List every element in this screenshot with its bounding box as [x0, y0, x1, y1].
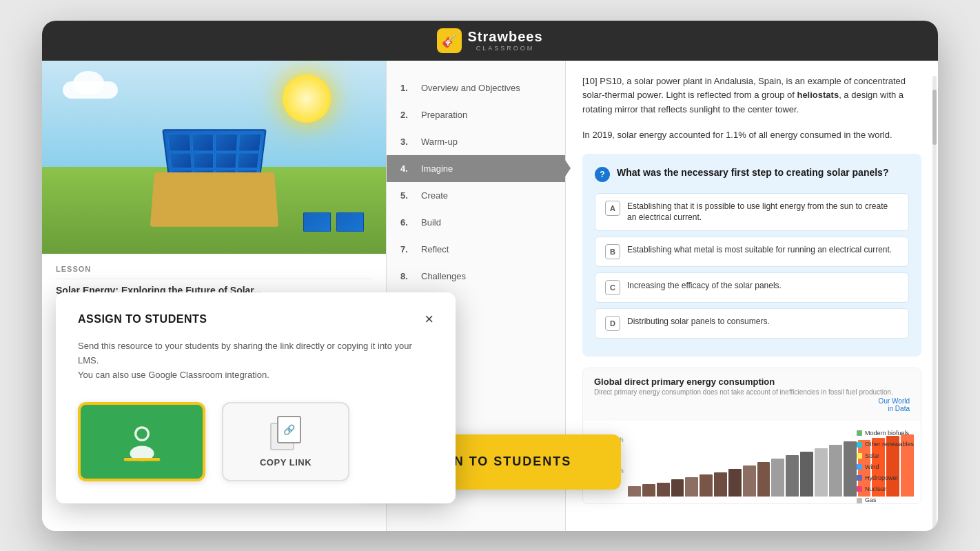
chart-area: 140,000 TWh 120,000 TWh — [583, 421, 921, 503]
logo-name: Strawbees — [467, 29, 542, 45]
nav-item-overview[interactable]: 1. Overview and Objectives — [387, 74, 565, 101]
bg-solar-panels — [302, 210, 365, 237]
google-classroom-icon — [118, 417, 166, 465]
content-text-1: [10] PS10, a solar power plant in Andalu… — [582, 74, 921, 117]
chart-subtitle: Direct primary energy consumption does n… — [594, 388, 910, 396]
chart-bar — [815, 448, 828, 497]
chart-bar — [757, 462, 770, 497]
dialog-actions: 🔗 COPY LINK — [78, 402, 433, 481]
dialog-header: ASSIGN TO STUDENTS × — [78, 312, 433, 327]
nav-num: 2. — [400, 110, 414, 120]
legend-item: Wind — [857, 461, 914, 472]
nav-item-build[interactable]: 6. Build — [387, 209, 565, 236]
quiz-question: ? What was the necessary first step to c… — [595, 166, 909, 182]
legend-item: Other renewables — [857, 439, 914, 450]
answer-option-d[interactable]: D Distributing solar panels to consumers… — [595, 308, 909, 339]
bg-panel — [336, 212, 364, 232]
panel-cell — [214, 152, 236, 168]
nav-num: 4. — [400, 163, 414, 174]
legend-dot — [857, 453, 862, 459]
chart-bar — [657, 483, 670, 497]
nav-num: 5. — [400, 190, 414, 201]
logo-subtitle: CLASSROOM — [467, 45, 542, 52]
chart-bar — [829, 445, 842, 497]
nav-item-imagine[interactable]: 4. Imagine — [387, 155, 565, 182]
chart-title: Global direct primary energy consumption — [594, 377, 910, 387]
copy-icon-area: 🔗 — [270, 416, 301, 450]
logo-icon: 🎸 — [437, 28, 462, 53]
chart-bar — [714, 472, 727, 497]
chart-header: Global direct primary energy consumption… — [583, 368, 921, 421]
answer-text-a: Establishing that it is possible to use … — [627, 201, 899, 224]
legend-item: Gas — [857, 494, 914, 503]
legend-item: Hydropower — [857, 472, 914, 483]
nav-label: Build — [421, 217, 441, 228]
legend-label: Other renewables — [865, 439, 914, 450]
answer-letter-b: B — [605, 244, 620, 259]
legend-label: Nuclear — [865, 483, 886, 494]
google-classroom-button[interactable] — [78, 402, 205, 481]
chart-source: Our Worldin Data — [594, 397, 910, 412]
chart-bar — [671, 479, 684, 497]
panel-cell — [191, 133, 214, 150]
nav-item-reflect[interactable]: 7. Reflect — [387, 236, 565, 263]
legend-label: Hydropower — [865, 472, 899, 483]
chart-bar — [844, 441, 857, 497]
legend-dot — [857, 464, 862, 470]
scroll-indicator[interactable] — [932, 76, 937, 531]
chart-bar — [743, 465, 756, 497]
nav-label: Imagine — [421, 163, 453, 174]
nav-item-preparation[interactable]: 2. Preparation — [387, 101, 565, 128]
legend-item: Modern biofuels — [857, 428, 914, 439]
quiz-section: ? What was the necessary first step to c… — [582, 154, 921, 357]
legend-dot — [857, 475, 862, 481]
answer-letter-a: A — [605, 201, 620, 216]
legend-label: Gas — [865, 494, 877, 503]
cloud — [63, 81, 118, 99]
panel-cell — [169, 152, 192, 168]
legend-label: Solar — [865, 450, 879, 461]
top-nav: 🎸 Strawbees CLASSROOM — [42, 21, 938, 61]
svg-point-1 — [136, 428, 147, 439]
screen-wrapper: 🎸 Strawbees CLASSROOM — [42, 21, 938, 531]
legend-dot — [857, 498, 862, 503]
legend-dot — [857, 430, 862, 436]
svg-rect-3 — [123, 458, 160, 461]
nav-label: Preparation — [421, 110, 467, 120]
answer-letter-d: D — [605, 316, 620, 331]
copy-page-front: 🔗 — [277, 416, 301, 443]
answer-text-d: Distributing solar panels to consumers. — [627, 316, 770, 328]
chart-bar — [700, 474, 713, 497]
chart-bar — [771, 459, 784, 497]
nav-label: Challenges — [421, 271, 466, 281]
chart-bar — [786, 455, 799, 497]
nav-num: 8. — [400, 271, 414, 281]
nav-label: Create — [421, 190, 448, 201]
nav-item-create[interactable]: 5. Create — [387, 182, 565, 209]
nav-num: 6. — [400, 217, 414, 228]
close-button[interactable]: × — [425, 312, 433, 327]
dialog-description: Send this resource to your students by s… — [78, 339, 433, 382]
nav-num: 1. — [400, 83, 414, 93]
scroll-thumb — [932, 90, 937, 145]
assign-dialog: ASSIGN TO STUDENTS × Send this resource … — [56, 292, 456, 503]
nav-item-warmup[interactable]: 3. Warm-up — [387, 128, 565, 155]
quiz-question-text: What was the necessary first step to cre… — [617, 166, 888, 180]
legend-item: Nuclear — [857, 483, 914, 494]
panel-cell — [192, 152, 213, 168]
answer-option-b[interactable]: B Establishing what metal is most suitab… — [595, 237, 909, 267]
answer-text-b: Establishing what metal is most suitable… — [627, 244, 892, 256]
right-panel: [10] PS10, a solar power plant in Andalu… — [566, 61, 938, 531]
answer-text-c: Increasing the efficacy of the solar pan… — [627, 280, 782, 292]
legend-dot — [857, 486, 862, 492]
legend-dot — [857, 442, 862, 448]
nav-item-challenges[interactable]: 8. Challenges — [387, 263, 565, 290]
copy-link-button[interactable]: 🔗 COPY LINK — [222, 402, 349, 481]
nav-num: 7. — [400, 244, 414, 254]
answer-option-a[interactable]: A Establishing that it is possible to us… — [595, 193, 909, 232]
nav-label: Reflect — [421, 244, 449, 254]
panel-cell — [236, 152, 259, 168]
answer-letter-c: C — [605, 280, 620, 295]
content-text-2: In 2019, solar energy accounted for 1.1%… — [582, 128, 921, 143]
answer-option-c[interactable]: C Increasing the efficacy of the solar p… — [595, 272, 909, 303]
